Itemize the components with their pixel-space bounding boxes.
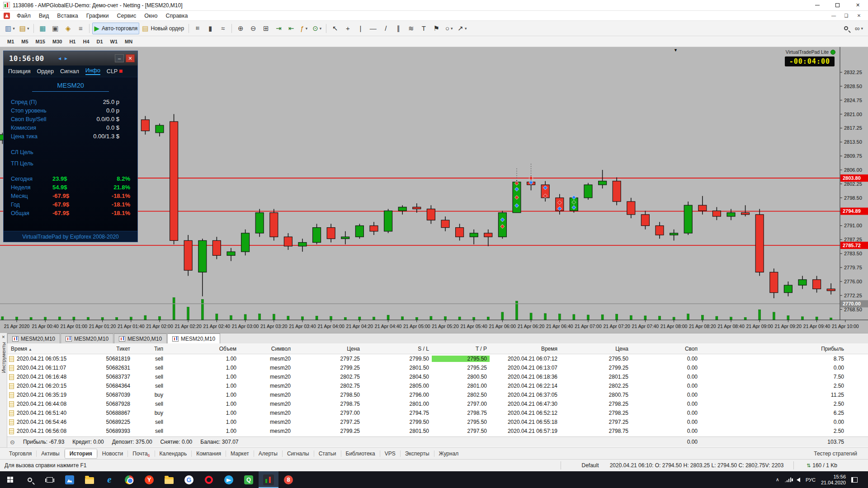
candles-chart-button[interactable]: ▮ [204, 23, 216, 34]
table-row[interactable]: 2020.04.21 06:56:0850689393sell1.00mesm2… [7, 427, 868, 436]
table-row[interactable]: 2020.04.21 06:16:4850683737sell1.00mesm2… [7, 372, 868, 381]
language-indicator[interactable]: РУС [806, 477, 816, 483]
child-restore-button[interactable]: ❑ [840, 12, 853, 19]
tray-expand-icon[interactable]: ∧ [776, 477, 779, 483]
search-taskbar-icon[interactable] [20, 471, 40, 488]
table-row[interactable]: 2020.04.21 06:35:1950687039buy1.00mesm20… [7, 390, 868, 399]
folder-icon[interactable] [159, 471, 179, 488]
chrome-icon[interactable] [119, 471, 139, 488]
timeframe-m15-button[interactable]: M15 [32, 38, 49, 45]
horizontal-line-button[interactable]: — [367, 23, 379, 34]
zoom-out-button[interactable]: ⊖ [247, 23, 259, 34]
tab-алерты[interactable]: Алерты [254, 449, 282, 458]
timeframe-h4-button[interactable]: H4 [79, 38, 93, 45]
restore-button[interactable] [827, 0, 848, 10]
profiles-button[interactable]: ▤▾ [18, 23, 31, 34]
column-header-8[interactable]: T / P [432, 346, 490, 352]
channel-button[interactable]: ∥ [392, 23, 404, 34]
column-header-3[interactable]: Тип [133, 346, 166, 352]
column-header-10[interactable]: Цена [560, 346, 631, 352]
line-chart-button[interactable]: ≈ [217, 23, 229, 34]
chart-shift-button[interactable]: ⇤ [285, 23, 297, 34]
taskbar-clock[interactable]: 15:56 21.04.2020 [821, 474, 846, 486]
column-header-9[interactable]: Время [490, 346, 560, 352]
text-tool-button[interactable]: T [418, 23, 429, 34]
autoscroll-button[interactable]: ⇥ [273, 23, 284, 34]
new-chart-button[interactable]: ▥▾ [3, 23, 17, 34]
new-order-button[interactable]: ▤Новый ордер [140, 23, 186, 34]
network-icon[interactable] [785, 477, 791, 482]
timeframe-m5-button[interactable]: M5 [18, 38, 32, 45]
metatrader-icon[interactable] [259, 471, 278, 488]
tab-календарь[interactable]: Календарь [155, 449, 192, 458]
vtp-tab-позиция[interactable]: Позиция [8, 68, 30, 75]
tab-vps[interactable]: VPS [380, 449, 400, 458]
vtp-next-icon[interactable]: ▸ [65, 55, 67, 61]
vtp-refresh-icon[interactable] [830, 50, 835, 55]
minimize-button[interactable] [807, 0, 827, 10]
column-header-5[interactable]: Символ [239, 346, 293, 352]
tab-активы[interactable]: Активы [37, 449, 64, 458]
timeframe-h1-button[interactable]: H1 [66, 38, 79, 45]
child-minimize-button[interactable]: — [827, 12, 840, 19]
speaker-icon[interactable] [797, 478, 800, 482]
toolbox-button[interactable]: ≡ [75, 23, 86, 34]
tab-статьи[interactable]: Статьи [314, 449, 341, 458]
task-view-icon[interactable] [40, 471, 60, 488]
tab-история[interactable]: История [65, 449, 97, 459]
menu-item-вид[interactable]: Вид [35, 11, 53, 20]
menu-item-окно[interactable]: Окно [140, 11, 161, 20]
file-explorer-icon[interactable] [80, 471, 99, 488]
tab-новости[interactable]: Новости [98, 449, 127, 458]
column-header-6[interactable]: Цена [293, 346, 363, 352]
menu-item-справка[interactable]: Справка [161, 11, 192, 20]
subwindow-arrow-icon[interactable]: ▼ [674, 48, 678, 52]
vtp-tab-инфо[interactable]: Инфо [85, 67, 100, 75]
link-charts-button[interactable]: ∞▾ [853, 23, 865, 34]
chart-tab-1[interactable]: MESM20,M10 [7, 333, 60, 343]
tab-сигналы[interactable]: Сигналы [283, 449, 314, 458]
vtp-prev-icon[interactable]: ◂ [58, 55, 61, 61]
tab-торговля[interactable]: Торговля [5, 449, 36, 458]
action-center-icon[interactable] [851, 477, 858, 483]
auto-trading-button[interactable]: ▶Авто-торговля [92, 23, 139, 34]
navigator-button[interactable]: ◈ [62, 23, 74, 34]
vtp-tab-ордер[interactable]: Ордер [37, 68, 54, 75]
tab-журнал[interactable]: Журнал [434, 449, 463, 458]
bars-chart-button[interactable]: ≡ [192, 23, 203, 34]
column-header-11[interactable]: Своп [631, 346, 700, 352]
toolbox-strip[interactable]: ✕ Инструменты [0, 333, 7, 447]
vtp-tab-сигнал[interactable]: Сигнал [60, 68, 79, 75]
menu-item-файл[interactable]: Файл [13, 11, 35, 20]
menu-item-вставка[interactable]: Вставка [53, 11, 82, 20]
table-row[interactable]: 2020.04.21 06:05:1550681819sell1.00mesm2… [7, 354, 868, 363]
vtp-tab-clp[interactable]: CLP [107, 68, 123, 75]
timeframe-m30-button[interactable]: M30 [49, 38, 66, 45]
column-header-1[interactable]: Время▲ [7, 346, 89, 352]
column-header-4[interactable]: Объем [166, 346, 239, 352]
tab-эксперты[interactable]: Эксперты [401, 449, 434, 458]
table-row[interactable]: 2020.04.21 06:54:4650689225sell1.00mesm2… [7, 418, 868, 427]
start-button[interactable] [0, 471, 20, 488]
timeframe-m1-button[interactable]: M1 [4, 38, 18, 45]
chart-tab-4[interactable]: MESM20,M10 [167, 333, 220, 343]
data-window-button[interactable]: ▣ [49, 23, 61, 34]
tab-компания[interactable]: Компания [192, 449, 226, 458]
vtp-minimize-button[interactable]: – [115, 54, 124, 62]
telegram-icon[interactable] [219, 471, 239, 488]
toolbox-close-icon[interactable]: ✕ [2, 335, 5, 339]
table-row[interactable]: 2020.04.21 06:44:0850687928sell1.00mesm2… [7, 399, 868, 408]
opera-icon[interactable] [199, 471, 219, 488]
trendline-button[interactable]: / [380, 23, 392, 34]
chart-tab-3[interactable]: MESM20,M10 [114, 333, 167, 343]
tab-маркет[interactable]: Маркет [226, 449, 254, 458]
tab-почта[interactable]: Почта6 [128, 449, 154, 458]
menu-item-графики[interactable]: Графики [82, 11, 113, 20]
vtp-header[interactable]: 10:56:00 ◂ ▸ – ✕ [4, 51, 137, 66]
photos-app-icon[interactable] [60, 471, 80, 488]
menu-item-сервис[interactable]: Сервис [113, 11, 141, 20]
fibonacci-button[interactable]: ≋ [405, 23, 417, 34]
column-header-12[interactable]: Прибыль [700, 346, 847, 352]
search-button[interactable] [840, 23, 852, 34]
chart-area[interactable]: 2832.252828.502824.752821.002817.252813.… [0, 47, 868, 333]
